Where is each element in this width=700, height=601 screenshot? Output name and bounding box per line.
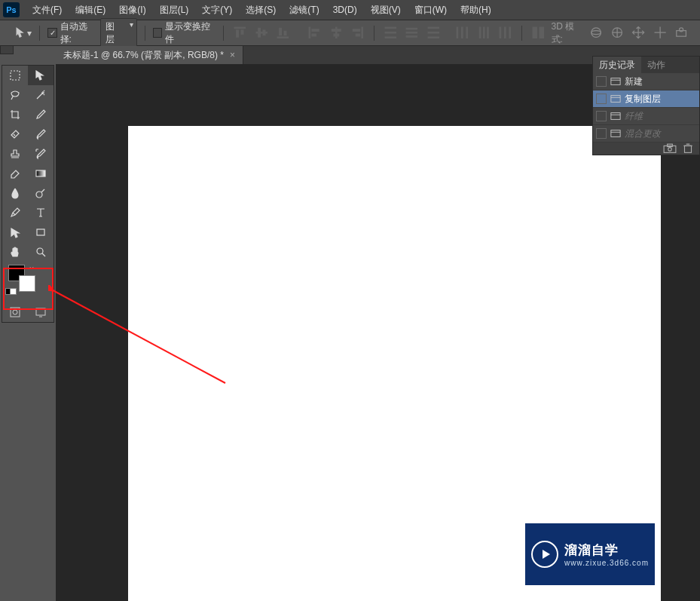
menu-view[interactable]: 视图(V) xyxy=(364,0,408,20)
auto-select-checkbox[interactable]: ✓ 自动选择: xyxy=(47,20,96,46)
visibility-box-icon[interactable] xyxy=(596,111,607,121)
healing-brush-tool[interactable] xyxy=(2,124,28,144)
svg-rect-21 xyxy=(406,28,417,30)
separator-icon xyxy=(374,26,374,41)
auto-select-dropdown[interactable]: 图层 xyxy=(100,18,136,48)
svg-rect-29 xyxy=(466,27,469,38)
svg-rect-3 xyxy=(255,32,267,34)
svg-rect-27 xyxy=(457,27,459,38)
quick-mask-tool[interactable] xyxy=(2,302,28,322)
blur-tool[interactable] xyxy=(2,183,28,203)
scale-3d-icon[interactable] xyxy=(673,25,689,41)
distribute-vcenter-icon[interactable] xyxy=(403,25,420,41)
menu-type[interactable]: 文字(Y) xyxy=(195,0,239,20)
svg-rect-54 xyxy=(611,96,620,103)
visibility-box-icon[interactable] xyxy=(596,128,607,139)
svg-rect-25 xyxy=(428,32,439,34)
svg-rect-55 xyxy=(611,113,620,120)
history-item-label: 混合更改 xyxy=(625,127,661,140)
eyedropper-tool[interactable] xyxy=(28,105,53,124)
distribute-left-icon[interactable] xyxy=(454,25,471,41)
tab-history[interactable]: 历史记录 xyxy=(593,57,641,73)
align-left-icon[interactable] xyxy=(306,25,323,41)
path-select-tool[interactable] xyxy=(2,222,28,242)
rectangle-tool[interactable] xyxy=(28,222,53,242)
svg-rect-0 xyxy=(234,27,245,29)
zoom-tool[interactable] xyxy=(28,242,53,262)
align-bottom-icon[interactable] xyxy=(274,25,292,41)
crop-tool[interactable] xyxy=(2,105,28,124)
tab-actions[interactable]: 动作 xyxy=(641,57,671,73)
collapsed-panel-handle[interactable] xyxy=(0,45,14,54)
swap-colors-icon[interactable]: ↔ xyxy=(28,263,35,271)
watermark-badge: 溜溜自学 www.zixue.3d66.com xyxy=(525,523,655,585)
svg-rect-22 xyxy=(406,32,417,34)
orbit-3d-icon[interactable] xyxy=(588,25,604,41)
svg-rect-4 xyxy=(258,28,261,38)
hand-tool[interactable] xyxy=(2,242,28,262)
menu-edit[interactable]: 编辑(E) xyxy=(69,0,112,20)
clone-stamp-tool[interactable] xyxy=(2,144,28,164)
lasso-tool[interactable] xyxy=(2,85,28,105)
menu-layer[interactable]: 图层(L) xyxy=(153,0,196,20)
svg-rect-53 xyxy=(611,78,620,85)
show-transform-checkbox[interactable]: 显示变换控件 xyxy=(153,20,216,46)
align-vcenter-icon[interactable] xyxy=(253,25,271,41)
auto-align-icon[interactable] xyxy=(530,25,547,41)
history-item[interactable]: 新建 xyxy=(593,73,699,90)
svg-rect-10 xyxy=(312,29,319,32)
menu-filter[interactable]: 滤镜(T) xyxy=(283,0,326,20)
svg-rect-56 xyxy=(611,130,620,137)
menu-file[interactable]: 文件(F) xyxy=(26,0,69,20)
menu-window[interactable]: 窗口(W) xyxy=(408,0,454,20)
distribute-bottom-icon[interactable] xyxy=(425,25,442,41)
history-item[interactable]: 纤维 xyxy=(593,108,699,125)
history-item-label: 新建 xyxy=(625,75,643,88)
history-item[interactable]: 混合更改 xyxy=(593,125,699,143)
visibility-box-icon[interactable] xyxy=(596,76,607,87)
document-tab[interactable]: 未标题-1 @ 66.7% (背景 副本, RGB/8) * × xyxy=(56,46,243,64)
move-tool[interactable] xyxy=(28,66,53,85)
roll-3d-icon[interactable] xyxy=(609,25,625,41)
visibility-box-icon[interactable] xyxy=(596,94,607,104)
distribute-right-icon[interactable] xyxy=(497,25,514,41)
svg-rect-35 xyxy=(509,27,512,38)
align-right-icon[interactable] xyxy=(349,25,366,41)
close-icon[interactable]: × xyxy=(230,50,235,60)
type-tool[interactable] xyxy=(28,203,53,222)
history-item[interactable]: 复制图层 xyxy=(593,90,699,108)
menu-image[interactable]: 图像(I) xyxy=(112,0,152,20)
create-snapshot-icon[interactable] xyxy=(663,144,677,153)
slide-3d-icon[interactable] xyxy=(652,25,668,41)
align-top-icon[interactable] xyxy=(231,25,249,41)
brush-tool[interactable] xyxy=(28,124,53,144)
screen-mode-tool[interactable] xyxy=(28,302,53,322)
svg-rect-32 xyxy=(487,27,489,38)
dodge-tool[interactable] xyxy=(28,183,53,203)
marquee-tool[interactable] xyxy=(2,66,28,85)
svg-rect-34 xyxy=(504,27,506,38)
default-colors-icon[interactable] xyxy=(5,286,17,296)
svg-rect-2 xyxy=(240,30,243,35)
svg-rect-19 xyxy=(384,32,396,34)
gradient-tool[interactable] xyxy=(28,164,53,183)
menu-help[interactable]: 帮助(H) xyxy=(454,0,498,20)
pen-tool[interactable] xyxy=(2,203,28,222)
pan-3d-icon[interactable] xyxy=(630,25,647,41)
move-tool-preset-icon[interactable]: ▾ xyxy=(15,25,32,41)
watermark-url: www.zixue.3d66.com xyxy=(564,559,649,567)
distribute-hcenter-icon[interactable] xyxy=(475,25,493,41)
background-color-swatch[interactable] xyxy=(19,275,35,292)
menu-3d[interactable]: 3D(D) xyxy=(326,0,364,20)
eraser-tool[interactable] xyxy=(2,164,28,183)
svg-rect-26 xyxy=(428,37,439,39)
menu-select[interactable]: 选择(S) xyxy=(239,0,283,20)
menu-bar: Ps 文件(F) 编辑(E) 图像(I) 图层(L) 文字(Y) 选择(S) 滤… xyxy=(0,0,700,20)
svg-rect-33 xyxy=(500,27,502,38)
align-hcenter-icon[interactable] xyxy=(328,25,345,41)
svg-point-38 xyxy=(591,28,601,38)
distribute-top-icon[interactable] xyxy=(382,25,399,41)
delete-state-icon[interactable] xyxy=(681,144,695,153)
history-brush-tool[interactable] xyxy=(28,144,53,164)
magic-wand-tool[interactable] xyxy=(28,85,53,105)
